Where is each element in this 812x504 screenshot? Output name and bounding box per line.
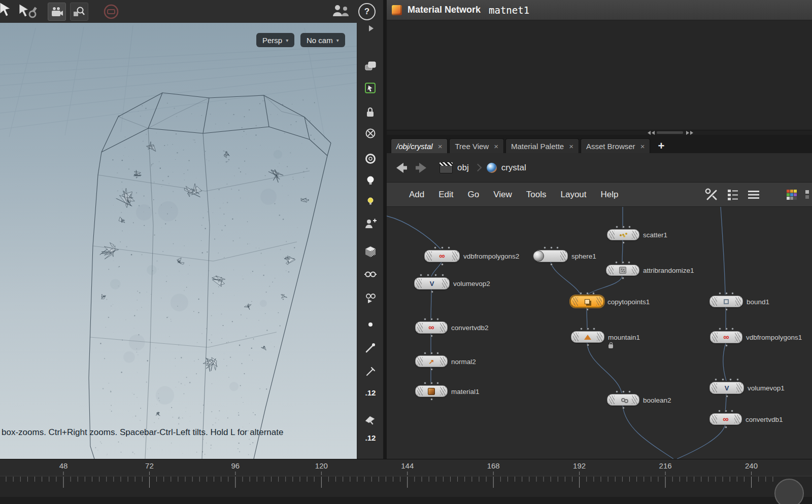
output-connector[interactable] xyxy=(431,291,433,293)
node-flag-left[interactable] xyxy=(712,383,717,392)
probe-icon[interactable] xyxy=(357,340,384,356)
node-flag-right[interactable] xyxy=(632,395,637,404)
collaboration-icon[interactable] xyxy=(331,3,352,19)
lod-top[interactable]: .12 xyxy=(357,384,384,401)
radial-menu-button[interactable] xyxy=(774,479,804,504)
node-flag-right[interactable] xyxy=(736,383,742,392)
output-connector[interactable] xyxy=(550,263,553,266)
camera-view-button[interactable] xyxy=(48,3,66,21)
trowel-icon[interactable] xyxy=(357,412,384,428)
node-vdbfrompolygons2[interactable]: ∞vdbfrompolygons2 xyxy=(424,250,460,262)
material-network-canvas[interactable] xyxy=(387,20,812,130)
output-connector[interactable] xyxy=(725,308,728,311)
menu-tools[interactable]: Tools xyxy=(519,183,554,207)
node-flag-right[interactable] xyxy=(440,387,446,395)
clipped-icon[interactable] xyxy=(805,188,811,201)
input-connector[interactable] xyxy=(729,378,732,381)
glasses-icon[interactable] xyxy=(357,266,384,282)
input-connector[interactable] xyxy=(725,292,728,295)
node-flag-left[interactable] xyxy=(426,251,432,261)
menu-help[interactable]: Help xyxy=(594,183,626,207)
scrollbar-thumb[interactable] xyxy=(657,131,683,134)
node-flag-right[interactable] xyxy=(442,279,448,288)
input-connector[interactable] xyxy=(628,226,631,228)
node-flag-right[interactable] xyxy=(440,357,446,366)
input-connector[interactable] xyxy=(430,352,433,354)
cursor-tool-icon[interactable] xyxy=(0,1,13,18)
tree-list-icon[interactable] xyxy=(726,188,740,202)
node-flag-right[interactable] xyxy=(734,415,740,423)
breadcrumb-root[interactable]: obj xyxy=(457,163,469,173)
select-visible-icon[interactable] xyxy=(357,80,384,96)
input-connector[interactable] xyxy=(430,382,433,384)
input-connector[interactable] xyxy=(436,318,439,320)
node-convertvdb1[interactable]: ∞convertvdb1 xyxy=(709,413,742,425)
node-flag-left[interactable] xyxy=(712,415,717,423)
node-volumevop1[interactable]: Vvolumevop1 xyxy=(709,382,744,394)
ring-icon[interactable] xyxy=(357,151,384,167)
node-flag-left[interactable] xyxy=(573,333,579,341)
view-menu-persp[interactable]: Persp ▾ xyxy=(256,33,294,47)
node-flag-left[interactable] xyxy=(417,323,423,332)
input-connector[interactable] xyxy=(436,382,439,384)
input-connector[interactable] xyxy=(544,246,546,249)
input-connector[interactable] xyxy=(622,261,624,264)
tab-tree-view[interactable]: Tree View× xyxy=(449,138,503,153)
camera-menu[interactable]: No cam ▾ xyxy=(300,33,345,47)
tab-asset-browser[interactable]: Asset Browser× xyxy=(581,138,650,153)
node-flag-left[interactable] xyxy=(608,266,614,274)
shaded-cube-icon[interactable] xyxy=(357,244,384,260)
color-palette-icon[interactable] xyxy=(785,188,798,201)
forward-button[interactable] xyxy=(414,161,430,174)
output-connector[interactable] xyxy=(430,335,433,337)
node-convertvdb2[interactable]: ∞convertvdb2 xyxy=(415,321,448,334)
bulb-small-icon[interactable] xyxy=(357,194,384,210)
node-material1[interactable]: material1 xyxy=(415,385,448,397)
scroll-left-icon[interactable] xyxy=(652,131,655,135)
node-mountain1[interactable]: mountain1 xyxy=(571,331,604,343)
input-connector[interactable] xyxy=(434,246,436,249)
input-connector[interactable] xyxy=(550,246,553,249)
input-connector[interactable] xyxy=(615,261,618,264)
input-connector[interactable] xyxy=(731,328,734,330)
input-connector[interactable] xyxy=(622,226,625,228)
input-connector[interactable] xyxy=(719,292,721,295)
node-flag-right[interactable] xyxy=(452,251,458,261)
add-tab-button[interactable]: + xyxy=(652,138,670,153)
node-flag-left[interactable] xyxy=(417,387,423,395)
node-flag-left[interactable] xyxy=(712,333,718,342)
glasses-play-icon[interactable] xyxy=(357,290,384,306)
node-scatter1[interactable]: scatter1 xyxy=(607,229,639,240)
input-connector[interactable] xyxy=(580,292,582,295)
pose-tool-icon[interactable] xyxy=(16,2,39,20)
dot-icon[interactable] xyxy=(357,317,384,333)
node-flag-right[interactable] xyxy=(735,297,741,306)
node-vdbfrompolygons1[interactable]: ∞vdbfrompolygons1 xyxy=(710,331,742,343)
scroll-left-icon[interactable] xyxy=(648,131,651,135)
add-character-icon[interactable] xyxy=(357,216,384,232)
input-connector[interactable] xyxy=(725,328,728,330)
node-copytopoints1[interactable]: copytopoints1 xyxy=(570,296,604,307)
input-connector[interactable] xyxy=(580,328,583,330)
input-connector[interactable] xyxy=(725,410,727,412)
output-connector[interactable] xyxy=(726,395,728,398)
node-sphere1[interactable]: sphere1 xyxy=(534,250,568,262)
ghost-record-icon[interactable] xyxy=(101,2,121,21)
network-name[interactable]: matnet1 xyxy=(489,5,529,16)
output-connector[interactable] xyxy=(725,344,728,347)
node-flag-left[interactable] xyxy=(609,395,615,404)
tab-close-icon[interactable]: × xyxy=(438,142,443,151)
collapse-arrow-icon[interactable] xyxy=(357,21,384,38)
node-flag-right[interactable] xyxy=(560,251,566,261)
output-connector[interactable] xyxy=(441,263,444,266)
menu-view[interactable]: View xyxy=(486,183,519,207)
input-connector[interactable] xyxy=(731,410,733,412)
node-flag-left[interactable] xyxy=(417,357,423,366)
node-flag-right[interactable] xyxy=(632,231,637,239)
no-selection-icon[interactable] xyxy=(357,126,384,142)
node-flag-right[interactable] xyxy=(632,266,637,274)
tab-close-icon[interactable]: × xyxy=(494,142,498,151)
node-attribrandomize1[interactable]: attribrandomize1 xyxy=(606,265,639,276)
menu-go[interactable]: Go xyxy=(461,183,487,207)
lock-icon[interactable] xyxy=(357,104,384,121)
